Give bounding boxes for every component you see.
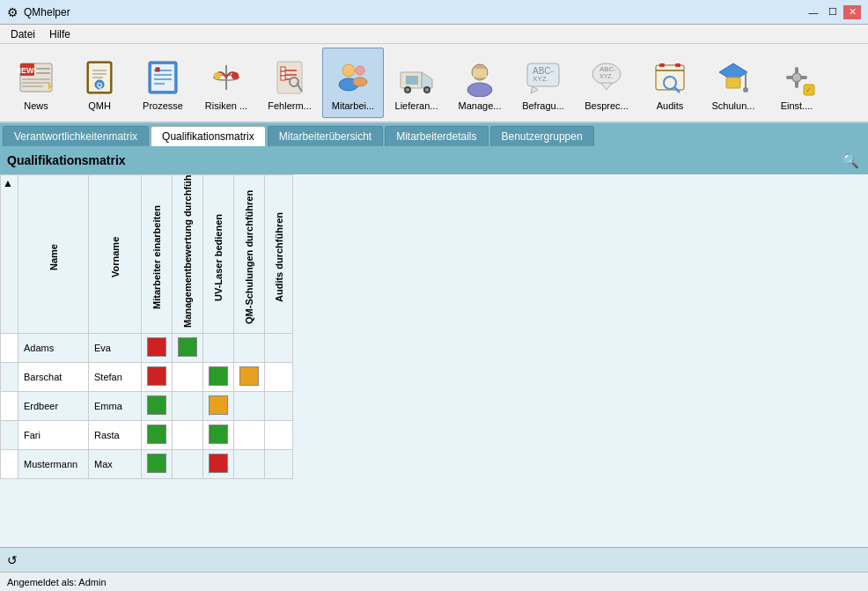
svg-rect-33	[281, 76, 285, 80]
cell-qual-1[interactable]	[173, 450, 203, 479]
qual-box	[147, 454, 166, 473]
cell-qual-1[interactable]	[173, 334, 203, 363]
svg-text:XYZ.: XYZ.	[600, 73, 614, 79]
cell-qual-2[interactable]	[203, 334, 234, 363]
svg-marker-53	[531, 86, 538, 93]
cell-qual-2[interactable]	[203, 392, 234, 421]
col-header-name: Name	[18, 175, 89, 334]
scrollable-content: ▲ Name Vorname Mitarbeiter einarbeiten M	[0, 174, 868, 547]
cell-qual-3[interactable]	[234, 421, 265, 450]
cell-qual-1[interactable]	[173, 421, 203, 450]
cell-qual-0[interactable]	[142, 392, 173, 421]
app-title: ⚙ QMhelper	[7, 5, 70, 19]
cell-qual-3[interactable]	[234, 450, 265, 479]
befragu-icon: ABC- XYZ.	[522, 56, 564, 99]
cell-qual-4[interactable]	[265, 363, 293, 392]
news-icon: NEWS	[15, 56, 57, 99]
toolbar-lieferan-label: Lieferan...	[395, 100, 438, 111]
sort-arrow[interactable]: ▲	[3, 177, 13, 189]
svg-point-39	[353, 78, 367, 86]
cell-qual-4[interactable]	[265, 334, 293, 363]
prozesse-icon	[142, 56, 184, 99]
toolbar-fehlerm[interactable]: Fehlerm...	[259, 48, 320, 118]
svg-text:NEWS: NEWS	[17, 66, 40, 75]
svg-marker-41	[422, 72, 432, 88]
menubar: Datei Hilfe	[0, 25, 868, 44]
col-header-3-text: QM-Schulungen durchführen	[244, 187, 254, 328]
toolbar-befragu[interactable]: ABC- XYZ. Befragu...	[512, 48, 574, 118]
col-header-audits[interactable]: Audits durchführen	[265, 175, 293, 334]
toolbar-audits-label: Audits	[657, 100, 684, 111]
toolbar-manage[interactable]: Manage...	[449, 48, 511, 118]
content-area: Verantwortlichkeitenmatrix Qualifikation…	[0, 123, 868, 572]
svg-text:Q: Q	[97, 81, 102, 89]
cell-qual-2[interactable]	[203, 363, 234, 392]
cell-name: Erdbeer	[18, 392, 89, 421]
content-title: Qualifikationsmatrix	[7, 153, 126, 167]
toolbar-schulun-label: Schulun...	[712, 100, 755, 111]
toolbar-audits[interactable]: Audits	[639, 48, 701, 118]
toolbar-risiken[interactable]: Risiken ...	[195, 48, 257, 118]
tab-qualifikationsmatrix[interactable]: Qualifikationsmatrix	[151, 126, 266, 146]
cell-qual-3[interactable]	[234, 334, 265, 363]
cell-qual-4[interactable]	[265, 392, 293, 421]
svg-point-26	[232, 72, 239, 79]
qual-box	[147, 395, 166, 415]
col-header-2-text: UV-Laser bedienen	[213, 187, 224, 328]
svg-rect-46	[406, 76, 418, 85]
maximize-button[interactable]: ☐	[824, 5, 842, 19]
tab-verantwortlichkeitenmatrix[interactable]: Verantwortlichkeitenmatrix	[3, 126, 149, 146]
svg-point-67	[743, 87, 748, 92]
toolbar-prozesse-label: Prozesse	[143, 100, 183, 111]
menu-hilfe[interactable]: Hilfe	[42, 26, 77, 42]
qual-box	[209, 425, 228, 444]
toolbar-einst-label: Einst....	[781, 100, 813, 111]
search-button[interactable]: 🔍	[840, 150, 861, 171]
tab-mitarbeiteruebersicht[interactable]: Mitarbeiterübersicht	[268, 126, 383, 146]
col-header-1-text: Managementbewertung durchführen	[182, 187, 193, 328]
cell-qual-0[interactable]	[142, 421, 173, 450]
col-header-qm-schulungen[interactable]: QM-Schulungen durchführen	[234, 175, 265, 334]
toolbar-besprec[interactable]: ABC- XYZ. Besprec...	[576, 48, 637, 118]
cell-qual-3[interactable]	[234, 392, 265, 421]
minimize-button[interactable]: —	[805, 5, 822, 19]
toolbar-news[interactable]: NEWS News	[5, 48, 67, 118]
col-header-mitarbeiter-einarbeiten[interactable]: Mitarbeiter einarbeiten	[142, 175, 173, 334]
matrix-tbody: AdamsEvaBarschatStefanErdbeerEmmaFariRas…	[1, 334, 293, 479]
toolbar-lieferan[interactable]: Lieferan...	[386, 48, 447, 118]
col-header-managementbewertung[interactable]: Managementbewertung durchführen	[173, 175, 203, 334]
toolbar-prozesse[interactable]: Prozesse	[132, 48, 194, 118]
cell-vorname: Emma	[89, 392, 142, 421]
col-header-uv-laser[interactable]: UV-Laser bedienen	[203, 175, 234, 334]
qualifikations-matrix-table: ▲ Name Vorname Mitarbeiter einarbeiten M	[0, 174, 293, 479]
toolbar-befragu-label: Befragu...	[522, 100, 564, 111]
toolbar-news-label: News	[24, 100, 48, 111]
cell-qual-0[interactable]	[142, 334, 173, 363]
cell-qual-0[interactable]	[142, 450, 173, 479]
toolbar: NEWS News	[0, 44, 868, 123]
cell-qual-4[interactable]	[265, 450, 293, 479]
table-row: MustermannMax	[1, 450, 293, 479]
cell-qual-3[interactable]	[234, 363, 265, 392]
col-header-name-text: Name	[45, 187, 63, 328]
cell-qual-0[interactable]	[142, 363, 173, 392]
toolbar-einst[interactable]: ✓ Einst....	[766, 48, 828, 118]
close-button[interactable]: ✕	[843, 5, 861, 19]
tab-mitarbeiterdetails[interactable]: Mitarbeiterdetails	[385, 126, 488, 146]
tabs: Verantwortlichkeitenmatrix Qualifikation…	[0, 123, 868, 146]
cell-qual-4[interactable]	[265, 421, 293, 450]
menu-datei[interactable]: Datei	[4, 26, 42, 42]
qual-box	[209, 395, 228, 415]
toolbar-mitarbei[interactable]: Mitarbei...	[322, 48, 384, 118]
qmh-icon: Q	[78, 56, 121, 99]
qual-box	[178, 337, 197, 357]
cell-qual-2[interactable]	[203, 450, 234, 479]
cell-qual-1[interactable]	[173, 363, 203, 392]
toolbar-qmh[interactable]: Q QMH	[69, 48, 130, 118]
cell-qual-1[interactable]	[173, 392, 203, 421]
qual-box	[239, 366, 259, 386]
refresh-icon[interactable]: ↺	[7, 553, 18, 567]
cell-qual-2[interactable]	[203, 421, 234, 450]
toolbar-schulun[interactable]: Schulun...	[702, 48, 764, 118]
tab-benutzergruppen[interactable]: Benutzergruppen	[490, 126, 594, 146]
